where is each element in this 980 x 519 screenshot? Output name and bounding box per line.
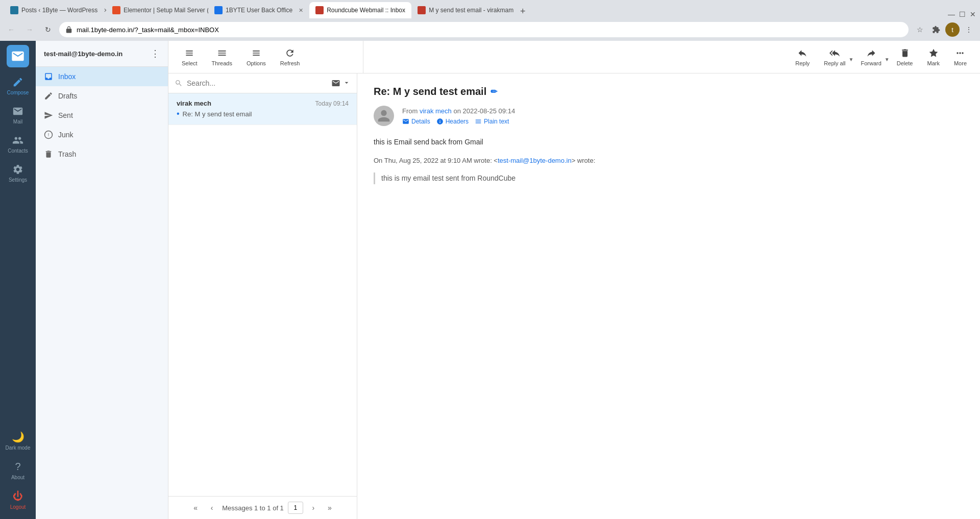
extensions-icon[interactable] [929,22,943,37]
nav-dark-mode-label: Dark mode [6,445,31,451]
next-page-button[interactable]: › [307,502,320,514]
more-label: More [954,60,967,66]
more-button[interactable]: More [947,45,974,69]
message-item[interactable]: virak mech Today 09:14 • Re: M y send te… [168,93,357,125]
refresh-button[interactable]: Refresh [273,45,307,69]
nav-compose[interactable]: Compose [0,71,36,101]
nav-mail[interactable]: Mail [0,101,36,130]
prev-page-button[interactable]: ‹ [206,502,218,514]
plain-text-button[interactable]: Plain text [475,118,509,125]
logout-icon: ⏻ [13,490,23,502]
message-content: Re: M y send test email ✏ From virak mec… [357,73,980,519]
tab-label: Posts ‹ 1Byte — WordPress [21,7,97,14]
email-from-details: From virak mech on 2022-08-25 09:14 Deta… [402,107,515,125]
account-menu-button[interactable]: ⋮ [151,48,160,59]
envelope-filter-icon[interactable] [331,79,340,88]
mark-button[interactable]: Mark [920,45,946,69]
email-subject: Re: M y send test email ✏ [374,86,964,97]
nav-logout-label: Logout [10,504,26,510]
threads-button[interactable]: Threads [205,45,239,69]
forward-arrow[interactable]: ▼ [885,57,890,62]
svg-text:!: ! [48,132,50,137]
tab-roundcube[interactable]: Roundcube Webmail :: Inbox ✕ [309,2,411,18]
reply-icon [797,48,807,58]
select-label: Select [182,60,198,66]
menu-icon[interactable]: ⋮ [962,22,976,37]
nav-logout[interactable]: ⏻ Logout [4,485,33,515]
maximize-button[interactable]: ☐ [959,10,966,18]
email-quote-header: On Thu, Aug 25, 2022 at 9:10 AM wrote: <… [374,156,964,166]
tab-1byte[interactable]: 1BYTE User Back Office ✕ [208,2,309,18]
tab-close[interactable]: ✕ [299,7,303,14]
page-input[interactable] [288,502,303,514]
tab-gmail[interactable]: M y send test email - virakmamo... ✕ [411,2,513,18]
reply-all-button-group[interactable]: Reply all ▼ [817,45,853,69]
email-quoted-text: this is my email test sent from RoundCub… [374,172,964,184]
sender-avatar [374,106,394,126]
url-input[interactable] [77,26,902,34]
reply-all-arrow[interactable]: ▼ [849,57,854,62]
folder-inbox[interactable]: Inbox [36,67,168,86]
tab-label: Roundcube Webmail :: Inbox [327,7,405,14]
message-sender: virak mech [177,100,211,107]
folder-sent[interactable]: Sent [36,106,168,125]
headers-button[interactable]: Headers [436,118,469,125]
nav-settings[interactable]: Settings [0,159,36,188]
options-button[interactable]: Options [239,45,273,69]
tab-elementor[interactable]: Elementor | Setup Mail Server (R... ✕ [106,2,208,18]
edit-icon[interactable]: ✏ [491,87,497,96]
address-bar[interactable] [59,22,909,37]
profile-icon[interactable]: t [945,22,960,37]
email-meta: From virak mech on 2022-08-25 09:14 Deta… [374,106,964,126]
options-icon [251,48,261,58]
reply-button[interactable]: Reply [788,45,817,69]
nav-dark-mode[interactable]: 🌙 Dark mode [4,426,33,456]
bookmark-icon[interactable]: ☆ [913,22,927,37]
last-page-button[interactable]: » [324,502,336,514]
sender-link[interactable]: virak mech [420,107,452,115]
email-subject-text: Re: M y send test email [374,86,486,97]
reply-all-button[interactable]: Reply all [817,45,847,69]
contacts-icon [12,135,23,146]
drafts-icon [44,91,53,101]
new-tab-button[interactable]: + [516,4,530,18]
back-button[interactable]: ← [4,22,18,37]
message-list-panel: virak mech Today 09:14 • Re: M y send te… [168,73,357,519]
forward-button-group[interactable]: Forward ▼ [853,45,889,69]
tab-favicon [214,6,223,14]
close-button[interactable]: ✕ [970,10,976,18]
email-toolbar: Reply Reply all ▼ Forward ▼ [784,41,974,73]
tab-label: 1BYTE User Back Office [226,7,292,14]
profile-avatar: t [945,22,960,37]
delete-button[interactable]: Delete [890,45,920,69]
search-icon [175,79,183,87]
reload-button[interactable]: ↻ [41,22,55,37]
reply-email-link[interactable]: test-mail@1byte-demo.in [498,157,572,164]
browser-chrome: Posts ‹ 1Byte — WordPress ✕ Elementor | … [0,0,980,41]
tab-wordpress[interactable]: Posts ‹ 1Byte — WordPress ✕ [4,2,106,18]
address-bar-row: ← → ↻ ☆ t ⋮ [0,18,980,41]
details-button[interactable]: Details [402,118,430,125]
select-button[interactable]: Select [175,45,205,69]
details-icon [402,118,409,125]
search-actions [331,79,351,88]
forward-button[interactable]: → [22,22,37,37]
folder-junk[interactable]: ! Junk [36,125,168,144]
tab-favicon [10,6,18,14]
refresh-icon [285,48,295,58]
forward-button[interactable]: Forward [853,45,883,69]
folder-trash[interactable]: Trash [36,144,168,164]
search-input[interactable] [187,79,327,87]
nav-settings-label: Settings [9,177,27,183]
sidebar-folders: test-mail@1byte-demo.in ⋮ Inbox Drafts S… [36,41,168,519]
folder-drafts[interactable]: Drafts [36,86,168,106]
first-page-button[interactable]: « [189,502,202,514]
nav-contacts[interactable]: Contacts [0,130,36,159]
nav-about[interactable]: ? About [4,456,33,485]
plain-text-icon [475,118,482,125]
tab-bar: Posts ‹ 1Byte — WordPress ✕ Elementor | … [0,0,980,18]
about-icon: ? [15,461,20,473]
delete-label: Delete [897,60,913,66]
filter-arrow-icon[interactable] [342,79,351,87]
minimize-button[interactable]: — [948,10,955,18]
